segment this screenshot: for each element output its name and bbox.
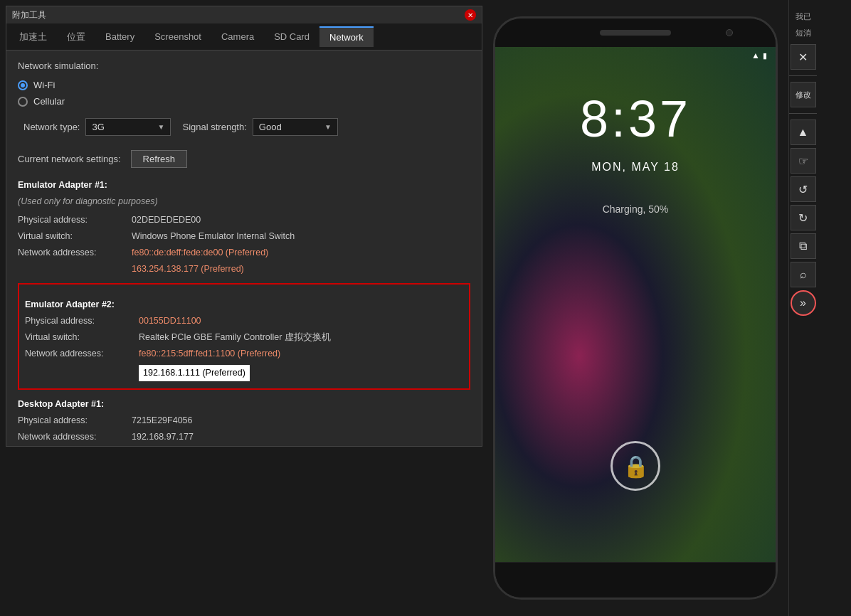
adapter-1-physical-label: Physical address: bbox=[18, 213, 132, 228]
lock-icon-container: 🔒 bbox=[495, 441, 776, 491]
adapter-2-switch-row: Virtual switch: Realtek PCIe GBE Family … bbox=[25, 330, 463, 345]
phone-bottom-bar bbox=[495, 562, 776, 598]
sidebar-zoom-button[interactable]: ⌕ bbox=[791, 262, 816, 287]
radio-group: Wi-Fi Cellular bbox=[18, 80, 470, 107]
sidebar-label-top2: 短消 bbox=[794, 25, 813, 41]
tab-network[interactable]: Network bbox=[319, 26, 374, 47]
wifi-status-icon: ▲ bbox=[751, 51, 760, 60]
title-bar: 附加工具 ✕ bbox=[6, 6, 482, 23]
sidebar-touch-button[interactable]: ☞ bbox=[791, 148, 816, 174]
tab-location[interactable]: 位置 bbox=[57, 26, 95, 48]
network-type-arrow: ▼ bbox=[158, 123, 165, 131]
sidebar-divider-1 bbox=[789, 75, 817, 76]
adapter-2-addr-row: Network addresses: fe80::215:5dff:fed1:1… bbox=[25, 346, 463, 361]
desktop-1-addr-row: Network addresses: 192.168.97.177 bbox=[18, 430, 470, 445]
network-simulation-label: Network simulation: bbox=[18, 60, 470, 71]
sidebar-label-top1: 我已 bbox=[794, 9, 813, 25]
signal-strength-value: Good bbox=[259, 122, 282, 132]
adapter-1-addr-label: Network addresses: bbox=[18, 245, 132, 260]
cellular-radio[interactable] bbox=[18, 97, 28, 107]
adapter-2-addr-label2 bbox=[25, 363, 139, 381]
adapter-1-switch-label: Virtual switch: bbox=[18, 229, 132, 244]
network-type-dropdown[interactable]: 3G ▼ bbox=[85, 118, 171, 136]
lock-icon: 🔒 bbox=[623, 454, 649, 479]
adapter-1-subtitle: (Used only for diagnostic purposes) bbox=[18, 194, 470, 209]
tab-camera[interactable]: Camera bbox=[211, 27, 264, 46]
tab-accelerate[interactable]: 加速土 bbox=[9, 26, 57, 48]
sidebar-modify-button[interactable]: 修改 bbox=[791, 82, 816, 107]
adapter-2-addr-label: Network addresses: bbox=[25, 346, 139, 361]
adapter-1-switch-val: Windows Phone Emulator Internal Switch bbox=[132, 229, 470, 244]
sidebar-expand-button[interactable]: » bbox=[791, 290, 816, 316]
sidebar-close-button[interactable]: ✕ bbox=[791, 44, 816, 70]
tab-sdcard[interactable]: SD Card bbox=[264, 27, 319, 46]
adapter-1: Emulator Adapter #1: (Used only for diag… bbox=[18, 178, 470, 277]
sidebar-back-button[interactable]: ↺ bbox=[791, 176, 816, 202]
desktop-1-physical-label: Physical address: bbox=[18, 413, 132, 428]
adapter-1-title: Emulator Adapter #1: bbox=[18, 178, 470, 193]
adapter-1-addr-val-1: fe80::de:deff:fede:de00 (Preferred) bbox=[132, 245, 470, 260]
network-info: Emulator Adapter #1: (Used only for diag… bbox=[18, 178, 470, 446]
wifi-label: Wi-Fi bbox=[33, 80, 55, 90]
phone-speaker bbox=[600, 30, 671, 36]
radio-wifi[interactable]: Wi-Fi bbox=[18, 80, 470, 90]
adapter-1-switch-row: Virtual switch: Windows Phone Emulator I… bbox=[18, 229, 470, 244]
adapter-2-physical-val: 00155DD11100 bbox=[139, 314, 463, 329]
adapter-1-addr-row2: 163.254.138.177 (Preferred) bbox=[18, 262, 470, 277]
adapter-2-addr-row2: 192.168.1.111 (Preferred) bbox=[25, 363, 463, 381]
battery-icon: ▮ bbox=[763, 51, 767, 60]
adapter-2-addr-val-2: 192.168.1.111 (Preferred) bbox=[139, 365, 250, 381]
network-type-label: Network type: bbox=[23, 122, 80, 132]
wifi-radio[interactable] bbox=[18, 80, 28, 90]
status-icons: ▲ ▮ bbox=[751, 51, 767, 60]
sidebar-top-labels: 我已 短消 bbox=[789, 6, 817, 41]
phone-container: ▲ ▮ 8:37 MON, MAY 18 Charging, 50% 🔒 bbox=[482, 0, 788, 616]
adapter-1-physical-val: 02DEDEDEDE00 bbox=[132, 213, 470, 228]
adapter-1-addr-val-2: 163.254.138.177 (Preferred) bbox=[132, 262, 470, 277]
adapter-2-addr-val-1: fe80::215:5dff:fed1:1100 (Preferred) bbox=[139, 346, 463, 361]
adapter-2: Emulator Adapter #2: Physical address: 0… bbox=[18, 283, 470, 390]
charging-status: Charging, 50% bbox=[495, 203, 776, 215]
signal-strength-dropdown[interactable]: Good ▼ bbox=[253, 118, 338, 136]
refresh-button[interactable]: Refresh bbox=[131, 150, 188, 168]
adapter-2-physical-label: Physical address: bbox=[25, 314, 139, 329]
close-button[interactable]: ✕ bbox=[465, 9, 476, 21]
current-settings-row: Current network settings: Refresh bbox=[18, 150, 470, 168]
signal-strength-arrow: ▼ bbox=[324, 123, 332, 131]
network-type-group: Network type: 3G ▼ bbox=[23, 118, 171, 136]
signal-strength-group: Signal strength: Good ▼ bbox=[182, 118, 337, 136]
radio-cellular[interactable]: Cellular bbox=[18, 96, 470, 107]
tab-bar: 加速土 位置 Battery Screenshot Camera SD Card… bbox=[6, 23, 482, 51]
adapter-2-switch-val: Realtek PCIe GBE Family Controller 虚拟交换机 bbox=[139, 330, 463, 345]
status-bar: ▲ ▮ bbox=[495, 47, 776, 64]
right-sidebar: 我已 短消 ✕ 修改 ▲ ☞ ↺ ↻ ⧉ ⌕ » bbox=[788, 0, 817, 616]
adapter-1-addr-label2 bbox=[18, 262, 132, 277]
window-title: 附加工具 bbox=[12, 9, 46, 21]
adapter-1-addr-row: Network addresses: fe80::de:deff:fede:de… bbox=[18, 245, 470, 260]
desktop-1-physical-val: 7215E29F4056 bbox=[132, 413, 470, 428]
phone-screen: ▲ ▮ 8:37 MON, MAY 18 Charging, 50% 🔒 bbox=[495, 47, 776, 562]
current-settings-label: Current network settings: bbox=[18, 154, 121, 164]
adapter-2-switch-label: Virtual switch: bbox=[25, 330, 139, 345]
adapter-1-physical-row: Physical address: 02DEDEDEDE00 bbox=[18, 213, 470, 228]
sidebar-cursor-button[interactable]: ▲ bbox=[791, 120, 816, 145]
tab-battery[interactable]: Battery bbox=[95, 27, 144, 46]
adapter-2-title: Emulator Adapter #2: bbox=[25, 297, 463, 312]
sidebar-forward-button[interactable]: ↻ bbox=[791, 205, 816, 230]
phone-top-bar bbox=[495, 18, 776, 47]
desktop-adapter-1-title: Desktop Adapter #1: bbox=[18, 397, 470, 412]
desktop-1-addr-label: Network addresses: bbox=[18, 430, 132, 445]
desktop-adapter-1: Desktop Adapter #1: Physical address: 72… bbox=[18, 397, 470, 446]
tab-screenshot[interactable]: Screenshot bbox=[144, 27, 211, 46]
desktop-1-physical-row: Physical address: 7215E29F4056 bbox=[18, 413, 470, 428]
sidebar-screenshot-button[interactable]: ⧉ bbox=[791, 233, 816, 259]
phone-date: MON, MAY 18 bbox=[495, 161, 776, 174]
cellular-label: Cellular bbox=[33, 96, 65, 107]
adapter-2-physical-row: Physical address: 00155DD11100 bbox=[25, 314, 463, 329]
content-area: Network simulation: Wi-Fi Cellular Netwo… bbox=[6, 51, 482, 446]
network-options: Network type: 3G ▼ Signal strength: Good… bbox=[18, 118, 470, 136]
phone-time: 8:37 bbox=[495, 90, 776, 148]
network-type-value: 3G bbox=[92, 122, 104, 132]
emulator-panel: 附加工具 ✕ 加速土 位置 Battery Screenshot Camera … bbox=[6, 6, 482, 447]
sidebar-divider-2 bbox=[789, 113, 817, 114]
